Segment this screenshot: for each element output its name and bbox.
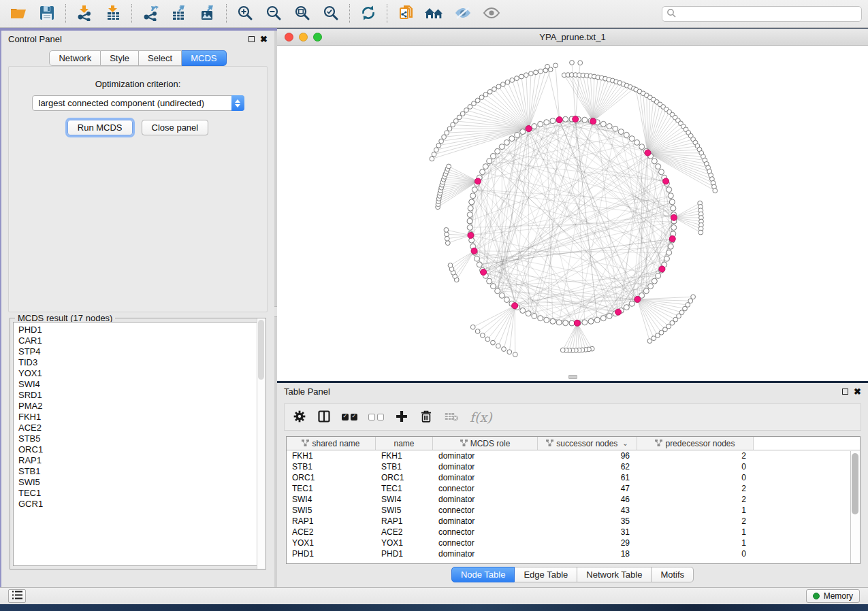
network-node[interactable] xyxy=(569,320,575,326)
network-node[interactable] xyxy=(504,139,509,145)
tab-motifs[interactable]: Motifs xyxy=(652,567,694,582)
network-node[interactable] xyxy=(496,344,500,348)
column-header-name[interactable]: name xyxy=(376,437,433,450)
network-node[interactable] xyxy=(502,347,507,352)
network-node[interactable] xyxy=(600,121,606,127)
mcds-result-item[interactable]: FKH1 xyxy=(18,412,262,423)
network-node[interactable] xyxy=(467,218,472,224)
network-node[interactable] xyxy=(532,124,537,129)
first-neighbors-button[interactable] xyxy=(420,2,449,25)
network-node[interactable] xyxy=(432,152,436,156)
network-node[interactable] xyxy=(490,153,496,159)
network-node[interactable] xyxy=(500,82,505,87)
network-node[interactable] xyxy=(524,73,528,78)
network-node[interactable] xyxy=(470,325,475,329)
close-panel-icon[interactable]: ✖ xyxy=(260,35,268,44)
network-graph[interactable] xyxy=(277,46,868,380)
network-node[interactable] xyxy=(457,115,462,120)
network-node[interactable] xyxy=(582,320,588,325)
network-node[interactable] xyxy=(539,69,543,73)
mcds-result-item[interactable]: ORC1 xyxy=(18,444,262,455)
table-row[interactable]: SWI5SWI5connector431 xyxy=(287,505,860,516)
dominator-node[interactable] xyxy=(512,303,518,309)
zoom-in-button[interactable] xyxy=(231,2,259,25)
network-node[interactable] xyxy=(618,129,624,135)
mcds-result-item[interactable]: CAR1 xyxy=(18,335,262,346)
network-node[interactable] xyxy=(447,164,451,169)
network-node[interactable] xyxy=(507,350,512,354)
zoom-fit-button[interactable] xyxy=(288,2,317,25)
network-node[interactable] xyxy=(666,187,672,193)
network-node[interactable] xyxy=(652,159,657,164)
table-scrollbar-thumb[interactable] xyxy=(852,453,858,514)
hide-selected-button[interactable] xyxy=(449,2,477,25)
export-image-button[interactable] xyxy=(193,2,222,25)
network-node[interactable] xyxy=(444,228,449,233)
criterion-select[interactable]: largest connected component (undirected) xyxy=(32,95,244,111)
network-node[interactable] xyxy=(513,352,517,357)
table-row[interactable]: YOX1YOX1connector291 xyxy=(287,538,860,548)
network-node[interactable] xyxy=(656,273,661,278)
network-node[interactable] xyxy=(532,313,537,318)
network-node[interactable] xyxy=(495,148,500,154)
network-node[interactable] xyxy=(483,92,488,97)
network-node[interactable] xyxy=(515,132,520,137)
network-node[interactable] xyxy=(668,193,673,199)
dominator-node[interactable] xyxy=(526,126,532,132)
network-node[interactable] xyxy=(468,105,472,110)
column-header-MCDS-role[interactable]: MCDS role xyxy=(433,437,538,450)
network-node[interactable] xyxy=(588,318,594,324)
table-row[interactable]: ACE2ACE2connector311 xyxy=(287,527,860,538)
deselect-all-columns-button[interactable] xyxy=(368,407,384,427)
network-node[interactable] xyxy=(594,317,600,323)
network-node[interactable] xyxy=(436,143,441,148)
network-node[interactable] xyxy=(430,156,434,161)
export-network-button[interactable] xyxy=(136,2,165,25)
network-node[interactable] xyxy=(445,236,449,241)
network-node[interactable] xyxy=(713,188,718,193)
network-node[interactable] xyxy=(434,148,438,152)
network-node[interactable] xyxy=(505,80,510,84)
mcds-result-item[interactable]: STB5 xyxy=(18,433,262,444)
network-node[interactable] xyxy=(668,244,673,249)
refresh-layout-button[interactable] xyxy=(354,2,383,25)
network-node[interactable] xyxy=(475,98,480,103)
duplicate-network-button[interactable] xyxy=(391,2,420,25)
import-table-button[interactable] xyxy=(99,2,127,25)
dominator-node[interactable] xyxy=(659,266,665,272)
table-row[interactable]: FKH1FKH1dominator962 xyxy=(287,450,860,461)
network-node[interactable] xyxy=(499,293,504,298)
tab-mcds[interactable]: MCDS xyxy=(182,50,226,66)
memory-button[interactable]: Memory xyxy=(806,589,860,603)
network-node[interactable] xyxy=(487,89,492,94)
network-node[interactable] xyxy=(520,308,526,313)
network-node[interactable] xyxy=(550,118,556,124)
dominator-node[interactable] xyxy=(645,150,651,156)
canvas-split-handle[interactable] xyxy=(568,375,577,379)
open-file-button[interactable] xyxy=(4,2,33,25)
network-node[interactable] xyxy=(669,199,675,205)
dominator-node[interactable] xyxy=(671,214,677,220)
network-node[interactable] xyxy=(607,313,612,318)
tab-edge-table[interactable]: Edge Table xyxy=(515,567,577,582)
network-node[interactable] xyxy=(499,144,504,150)
close-window-button[interactable] xyxy=(285,33,293,42)
network-node[interactable] xyxy=(526,311,531,316)
network-node[interactable] xyxy=(643,288,649,294)
network-node[interactable] xyxy=(634,139,640,145)
network-node[interactable] xyxy=(510,78,515,82)
network-node[interactable] xyxy=(468,205,473,211)
dominator-node[interactable] xyxy=(471,248,477,254)
sort-menu-icon[interactable]: ⌄ xyxy=(622,440,628,447)
network-node[interactable] xyxy=(534,70,539,75)
network-node[interactable] xyxy=(480,169,485,175)
network-node[interactable] xyxy=(538,316,543,321)
table-options-button[interactable] xyxy=(293,407,306,427)
search-input[interactable] xyxy=(679,10,857,19)
mcds-result-item[interactable]: TEC1 xyxy=(18,488,262,499)
column-header-successor-nodes[interactable]: successor nodes⌄ xyxy=(538,437,637,450)
network-node[interactable] xyxy=(479,95,484,100)
network-node[interactable] xyxy=(472,101,477,106)
mcds-result-item[interactable]: YOX1 xyxy=(18,368,262,379)
network-node[interactable] xyxy=(698,230,703,235)
